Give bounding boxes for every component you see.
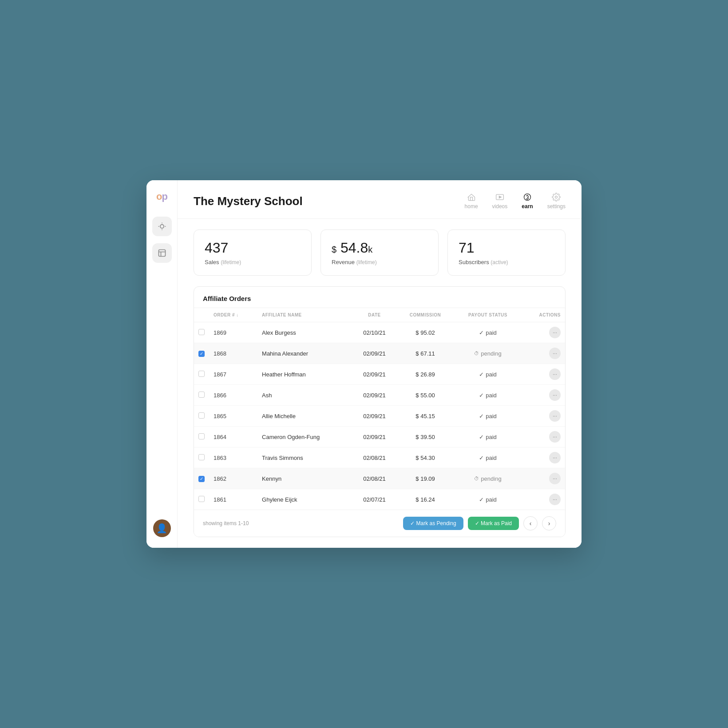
status-paid: ✓paid (458, 455, 517, 461)
row-actions: ··· (522, 468, 565, 489)
nav-tab-earn[interactable]: earn (522, 193, 533, 210)
row-order: 1863 (209, 447, 257, 468)
row-checkbox[interactable] (198, 329, 205, 335)
row-checkbox-cell[interactable] (194, 427, 209, 447)
table-body: 1869 Alex Burgess 02/10/21 $ 95.02 ✓paid… (194, 322, 565, 510)
row-actions: ··· (522, 489, 565, 510)
row-action-button[interactable]: ··· (549, 389, 561, 401)
row-checkbox-cell[interactable] (194, 406, 209, 427)
row-action-button[interactable]: ··· (549, 327, 561, 338)
logo-p: p (162, 191, 167, 202)
row-checkbox[interactable] (198, 496, 205, 502)
row-order: 1864 (209, 427, 257, 447)
row-payout-status: ✓paid (454, 364, 522, 385)
row-payout-status: ⏱pending (454, 343, 522, 364)
table-row: 1863 Travis Simmons 02/08/21 $ 54.30 ✓pa… (194, 447, 565, 468)
row-action-button[interactable]: ··· (549, 494, 561, 505)
sidebar-nav-icon-2[interactable] (152, 243, 172, 263)
nav-tab-videos-label: videos (492, 203, 508, 210)
svg-rect-5 (158, 250, 165, 257)
page-title: The Mystery School (194, 194, 303, 208)
row-action-button[interactable]: ··· (549, 410, 561, 422)
showing-text: showing items 1-10 (203, 520, 249, 526)
pagination-next-button[interactable]: › (542, 516, 556, 530)
svg-marker-7 (499, 196, 501, 198)
nav-tab-settings[interactable]: settings (547, 193, 566, 210)
pagination-prev-button[interactable]: ‹ (523, 516, 538, 530)
stat-value-subscribers: 71 (459, 240, 554, 256)
header: The Mystery School home videos (178, 180, 582, 219)
status-paid: ✓paid (458, 371, 517, 378)
svg-point-0 (160, 225, 163, 228)
row-action-button[interactable]: ··· (549, 368, 561, 380)
row-commission: $ 95.02 (397, 322, 454, 343)
table-row: 1865 Allie Michelle 02/09/21 $ 45.15 ✓pa… (194, 406, 565, 427)
status-paid: ✓paid (458, 496, 517, 503)
col-actions: ACTIONS (522, 308, 565, 322)
row-payout-status: ✓paid (454, 406, 522, 427)
row-action-button[interactable]: ··· (549, 431, 561, 443)
row-actions: ··· (522, 427, 565, 447)
row-checkbox-cell[interactable] (194, 364, 209, 385)
row-payout-status: ✓paid (454, 427, 522, 447)
affiliate-orders-section: Affiliate Orders ORDER # ↓ AFFILIATE NAM… (194, 286, 566, 537)
row-checkbox[interactable] (198, 476, 205, 482)
mark-as-pending-button[interactable]: ✓ Mark as Pending (403, 517, 463, 530)
row-checkbox-cell[interactable] (194, 343, 209, 364)
row-date: 02/09/21 (352, 385, 396, 406)
user-avatar[interactable]: 👤 (153, 519, 171, 537)
row-checkbox-cell[interactable] (194, 489, 209, 510)
row-name: Ghylene Eijck (257, 489, 352, 510)
stat-value-sales: 437 (205, 240, 301, 256)
row-commission: $ 16.24 (397, 489, 454, 510)
row-name: Alex Burgess (257, 322, 352, 343)
col-order: ORDER # ↓ (209, 308, 257, 322)
row-commission: $ 19.09 (397, 468, 454, 489)
footer-actions: ✓ Mark as Pending ✓ Mark as Paid ‹ › (403, 516, 556, 530)
row-actions: ··· (522, 343, 565, 364)
mark-paid-label: ✓ Mark as Paid (475, 520, 512, 526)
col-name: AFFILIATE NAME (257, 308, 352, 322)
row-checkbox[interactable] (198, 433, 205, 439)
mark-as-paid-button[interactable]: ✓ Mark as Paid (468, 517, 519, 530)
stat-label-sales: Sales (lifetime) (205, 259, 301, 265)
nav-tab-home[interactable]: home (465, 193, 478, 210)
row-checkbox[interactable] (198, 351, 205, 357)
table-row: 1866 Ash 02/09/21 $ 55.00 ✓paid ··· (194, 385, 565, 406)
row-checkbox[interactable] (198, 371, 205, 377)
row-commission: $ 54.30 (397, 447, 454, 468)
status-paid: ✓paid (458, 434, 517, 440)
row-checkbox-cell[interactable] (194, 447, 209, 468)
affiliate-orders-table: ORDER # ↓ AFFILIATE NAME DATE COMMISSION… (194, 308, 565, 510)
row-actions: ··· (522, 406, 565, 427)
row-name: Kennyn (257, 468, 352, 489)
row-commission: $ 26.89 (397, 364, 454, 385)
row-checkbox-cell[interactable] (194, 385, 209, 406)
row-date: 02/09/21 (352, 343, 396, 364)
row-payout-status: ⏱pending (454, 468, 522, 489)
row-checkbox-cell[interactable] (194, 468, 209, 489)
row-name: Travis Simmons (257, 447, 352, 468)
row-date: 02/07/21 (352, 489, 396, 510)
nav-tab-videos[interactable]: videos (492, 193, 508, 210)
sidebar-nav-icon-1[interactable] (152, 217, 172, 236)
row-action-button[interactable]: ··· (549, 348, 561, 359)
row-order: 1869 (209, 322, 257, 343)
row-action-button[interactable]: ··· (549, 473, 561, 484)
status-paid: ✓paid (458, 392, 517, 399)
row-actions: ··· (522, 322, 565, 343)
svg-point-10 (555, 196, 558, 198)
nav-tab-settings-label: settings (547, 203, 566, 210)
row-checkbox[interactable] (198, 392, 205, 398)
row-payout-status: ✓paid (454, 385, 522, 406)
row-checkbox[interactable] (198, 412, 205, 419)
affiliate-orders-title: Affiliate Orders (194, 287, 565, 308)
col-checkbox (194, 308, 209, 322)
row-payout-status: ✓paid (454, 322, 522, 343)
row-action-button[interactable]: ··· (549, 452, 561, 463)
row-checkbox-cell[interactable] (194, 322, 209, 343)
row-order: 1861 (209, 489, 257, 510)
row-checkbox[interactable] (198, 454, 205, 460)
row-date: 02/09/21 (352, 427, 396, 447)
row-payout-status: ✓paid (454, 447, 522, 468)
